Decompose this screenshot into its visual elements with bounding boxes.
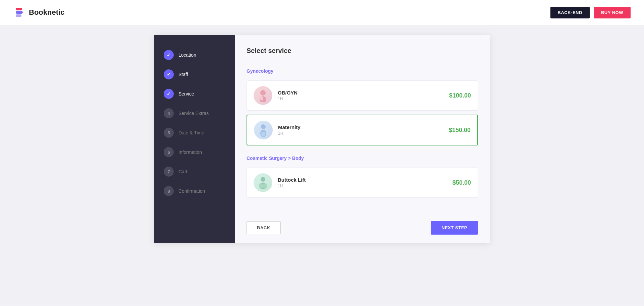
service-info-obgyn: OB/GYN 1H [278, 90, 449, 101]
service-name-buttock-lift: Buttock Lift [278, 177, 452, 183]
checkmark-icon-1: ✓ [167, 52, 171, 58]
sidebar-label-date-time: Date & Time [178, 130, 204, 135]
step-number-6: 6 [167, 150, 170, 155]
svg-point-5 [261, 132, 265, 136]
sidebar-item-staff[interactable]: ✓ Staff [154, 65, 235, 84]
step-circle-7: 7 [164, 167, 174, 177]
next-step-button[interactable]: NEXT STEP [431, 221, 478, 235]
svg-point-6 [261, 177, 265, 182]
sidebar-item-confirmation[interactable]: 8 Confirmation [154, 181, 235, 201]
category-gynecology: Gynecology OB/GYN 1H $100.00 [247, 66, 478, 149]
checkmark-icon-3: ✓ [167, 91, 171, 97]
service-price-buttock-lift: $50.00 [452, 179, 471, 186]
sidebar-item-date-time[interactable]: 5 Date & Time [154, 123, 235, 142]
step-number-4: 4 [167, 111, 170, 116]
category-gynecology-label: Gynecology [247, 66, 478, 76]
service-name-obgyn: OB/GYN [278, 90, 449, 96]
obgyn-avatar-svg [256, 89, 270, 102]
buttock-avatar-svg [256, 176, 270, 189]
step-circle-5: 5 [164, 128, 174, 138]
step-circle-6: 6 [164, 147, 174, 157]
sidebar-item-location[interactable]: ✓ Location [154, 45, 235, 65]
logo-area: Booknetic [13, 6, 64, 18]
service-duration-maternity: 1H [278, 131, 449, 136]
sidebar-item-cart[interactable]: 7 Cart [154, 162, 235, 181]
svg-point-0 [260, 90, 266, 96]
sidebar-label-information: Information [178, 149, 202, 155]
back-button[interactable]: BACK [247, 221, 281, 234]
svg-point-9 [263, 183, 267, 189]
backend-button[interactable]: BACK-END [550, 7, 590, 18]
svg-point-3 [261, 124, 266, 129]
maternity-avatar-svg [257, 123, 270, 137]
service-avatar-buttock [254, 173, 272, 192]
sidebar-item-service-extras[interactable]: 4 Service Extras [154, 104, 235, 123]
step-circle-1: ✓ [164, 50, 174, 60]
top-navigation: Booknetic BACK-END BUY NOW [0, 0, 644, 25]
sidebar-label-service: Service [178, 91, 194, 97]
booknetic-logo-icon [13, 6, 25, 18]
sidebar-item-information[interactable]: 6 Information [154, 142, 235, 162]
sidebar-label-confirmation: Confirmation [178, 188, 205, 194]
service-duration-buttock-lift: 1H [278, 184, 452, 188]
service-info-maternity: Maternity 1H [278, 124, 449, 136]
step-number-5: 5 [167, 130, 170, 135]
section-title: Select service [247, 47, 478, 59]
category-cosmetic-surgery: Cosmetic Surgery > Body Buttock Lift 1 [247, 153, 478, 202]
step-number-7: 7 [167, 169, 170, 174]
footer-buttons: BACK NEXT STEP [247, 214, 478, 235]
step-circle-2: ✓ [164, 69, 174, 79]
svg-point-8 [259, 183, 263, 189]
step-circle-4: 4 [164, 108, 174, 118]
buynow-button[interactable]: BUY NOW [594, 7, 631, 18]
service-info-buttock-lift: Buttock Lift 1H [278, 177, 452, 188]
step-circle-8: 8 [164, 186, 174, 196]
sidebar-label-staff: Staff [178, 72, 188, 77]
service-card-buttock-lift[interactable]: Buttock Lift 1H $50.00 [247, 168, 478, 198]
booking-wrapper: ✓ Location ✓ Staff ✓ Service [154, 35, 490, 243]
sidebar-label-cart: Cart [178, 169, 187, 174]
sidebar-label-location: Location [178, 52, 196, 58]
service-price-maternity: $150.00 [449, 127, 471, 134]
category-cosmetic-surgery-label: Cosmetic Surgery > Body [247, 153, 478, 164]
logo-text: Booknetic [29, 8, 64, 17]
topnav-buttons: BACK-END BUY NOW [550, 7, 631, 18]
service-card-maternity[interactable]: Maternity 1H $150.00 [247, 115, 478, 145]
checkmark-icon-2: ✓ [167, 72, 171, 77]
service-card-obgyn[interactable]: OB/GYN 1H $100.00 [247, 80, 478, 111]
sidebar-item-service[interactable]: ✓ Service [154, 84, 235, 104]
step-number-8: 8 [167, 189, 170, 194]
step-circle-3: ✓ [164, 89, 174, 99]
sidebar: ✓ Location ✓ Staff ✓ Service [154, 35, 235, 243]
service-price-obgyn: $100.00 [449, 92, 471, 99]
sidebar-label-service-extras: Service Extras [178, 111, 209, 116]
main-container: ✓ Location ✓ Staff ✓ Service [0, 25, 644, 253]
service-avatar-obgyn [254, 86, 272, 105]
service-name-maternity: Maternity [278, 124, 449, 130]
service-avatar-maternity [254, 121, 273, 139]
content-area: Select service Gynecology OB/GYN [235, 35, 490, 243]
service-duration-obgyn: 1H [278, 97, 449, 101]
